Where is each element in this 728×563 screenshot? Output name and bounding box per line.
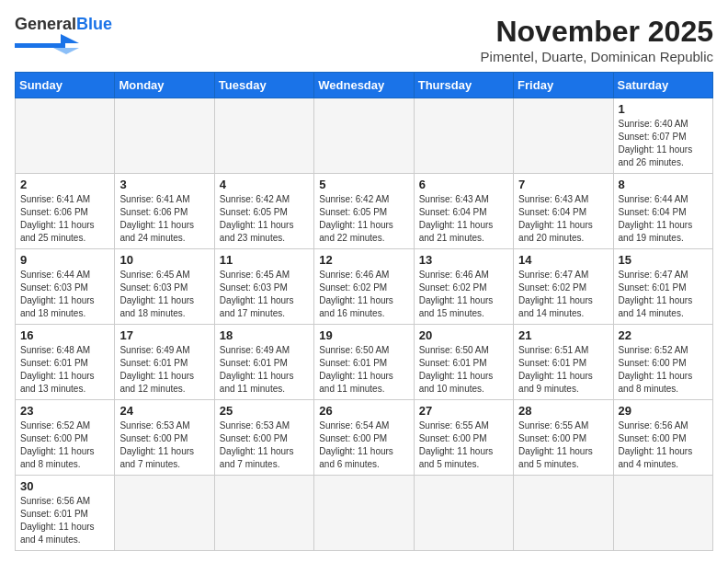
calendar-cell [514, 476, 613, 551]
day-number: 22 [619, 328, 708, 342]
day-info: Sunrise: 6:53 AM Sunset: 6:00 PM Dayligh… [220, 419, 309, 471]
calendar-cell: 28Sunrise: 6:55 AM Sunset: 6:00 PM Dayli… [514, 400, 613, 476]
calendar-week-row: 16Sunrise: 6:48 AM Sunset: 6:01 PM Dayli… [16, 325, 713, 400]
day-number: 15 [619, 253, 708, 267]
day-info: Sunrise: 6:53 AM Sunset: 6:00 PM Dayligh… [119, 419, 209, 471]
col-header-thursday: Thursday [414, 73, 513, 98]
calendar-cell: 17Sunrise: 6:49 AM Sunset: 6:01 PM Dayli… [115, 325, 214, 400]
calendar-cell [115, 476, 214, 551]
day-number: 30 [20, 479, 109, 493]
svg-marker-1 [61, 34, 79, 43]
calendar-cell: 21Sunrise: 6:51 AM Sunset: 6:01 PM Dayli… [514, 325, 613, 400]
day-number: 16 [20, 328, 109, 342]
day-number: 19 [319, 328, 408, 342]
day-info: Sunrise: 6:49 AM Sunset: 6:01 PM Dayligh… [119, 344, 209, 396]
calendar-cell [414, 98, 513, 174]
calendar-week-row: 23Sunrise: 6:52 AM Sunset: 6:00 PM Dayli… [16, 400, 713, 476]
calendar-cell: 3Sunrise: 6:41 AM Sunset: 6:06 PM Daylig… [115, 174, 214, 249]
day-info: Sunrise: 6:45 AM Sunset: 6:03 PM Dayligh… [119, 269, 209, 320]
day-info: Sunrise: 6:50 AM Sunset: 6:01 PM Dayligh… [319, 344, 408, 396]
title-section: November 2025 Pimentel, Duarte, Dominica… [481, 15, 713, 64]
day-number: 23 [20, 404, 109, 418]
day-number: 9 [20, 253, 109, 267]
day-info: Sunrise: 6:52 AM Sunset: 6:00 PM Dayligh… [619, 344, 708, 396]
calendar-cell [613, 476, 712, 551]
month-title: November 2025 [481, 15, 713, 49]
page-header: General Blue November 2025 Pimentel, Dua… [15, 15, 713, 64]
day-number: 14 [518, 253, 608, 267]
day-info: Sunrise: 6:50 AM Sunset: 6:01 PM Dayligh… [419, 344, 508, 396]
calendar-cell: 30Sunrise: 6:56 AM Sunset: 6:01 PM Dayli… [16, 476, 115, 551]
calendar-cell: 24Sunrise: 6:53 AM Sunset: 6:00 PM Dayli… [115, 400, 214, 476]
logo-text-blue: Blue [76, 15, 112, 34]
day-info: Sunrise: 6:46 AM Sunset: 6:02 PM Dayligh… [319, 269, 408, 320]
day-info: Sunrise: 6:51 AM Sunset: 6:01 PM Dayligh… [518, 344, 608, 396]
day-info: Sunrise: 6:42 AM Sunset: 6:05 PM Dayligh… [220, 193, 309, 245]
calendar-cell [214, 98, 313, 174]
svg-rect-0 [15, 43, 65, 48]
calendar-cell [514, 98, 613, 174]
day-info: Sunrise: 6:40 AM Sunset: 6:07 PM Dayligh… [619, 118, 708, 169]
day-number: 27 [419, 404, 508, 418]
day-info: Sunrise: 6:47 AM Sunset: 6:02 PM Dayligh… [518, 269, 608, 320]
col-header-saturday: Saturday [613, 73, 712, 98]
day-info: Sunrise: 6:49 AM Sunset: 6:01 PM Dayligh… [220, 344, 309, 396]
day-info: Sunrise: 6:47 AM Sunset: 6:01 PM Dayligh… [619, 269, 708, 320]
day-number: 3 [119, 178, 209, 191]
calendar-cell: 8Sunrise: 6:44 AM Sunset: 6:04 PM Daylig… [613, 174, 712, 249]
col-header-sunday: Sunday [16, 73, 115, 98]
svg-marker-2 [53, 48, 79, 54]
calendar-cell: 16Sunrise: 6:48 AM Sunset: 6:01 PM Dayli… [16, 325, 115, 400]
calendar-cell: 10Sunrise: 6:45 AM Sunset: 6:03 PM Dayli… [115, 249, 214, 325]
calendar-cell: 6Sunrise: 6:43 AM Sunset: 6:04 PM Daylig… [414, 174, 513, 249]
calendar-cell: 9Sunrise: 6:44 AM Sunset: 6:03 PM Daylig… [16, 249, 115, 325]
calendar-cell: 22Sunrise: 6:52 AM Sunset: 6:00 PM Dayli… [613, 325, 712, 400]
day-number: 10 [119, 253, 209, 267]
day-number: 21 [518, 328, 608, 342]
day-number: 29 [619, 404, 708, 418]
calendar-cell: 18Sunrise: 6:49 AM Sunset: 6:01 PM Dayli… [214, 325, 313, 400]
calendar-cell: 12Sunrise: 6:46 AM Sunset: 6:02 PM Dayli… [314, 249, 414, 325]
day-number: 17 [119, 328, 209, 342]
col-header-wednesday: Wednesday [314, 73, 414, 98]
day-info: Sunrise: 6:54 AM Sunset: 6:00 PM Dayligh… [319, 419, 408, 471]
day-info: Sunrise: 6:55 AM Sunset: 6:00 PM Dayligh… [518, 419, 608, 471]
calendar-cell: 23Sunrise: 6:52 AM Sunset: 6:00 PM Dayli… [16, 400, 115, 476]
calendar-cell: 14Sunrise: 6:47 AM Sunset: 6:02 PM Dayli… [514, 249, 613, 325]
day-info: Sunrise: 6:41 AM Sunset: 6:06 PM Dayligh… [119, 193, 209, 245]
calendar-week-row: 1Sunrise: 6:40 AM Sunset: 6:07 PM Daylig… [16, 98, 713, 174]
day-number: 1 [619, 102, 708, 116]
calendar-cell [214, 476, 313, 551]
logo: General Blue [15, 15, 112, 54]
day-number: 8 [619, 178, 708, 191]
location-subtitle: Pimentel, Duarte, Dominican Republic [481, 49, 713, 64]
day-info: Sunrise: 6:45 AM Sunset: 6:03 PM Dayligh… [220, 269, 309, 320]
calendar-cell: 27Sunrise: 6:55 AM Sunset: 6:00 PM Dayli… [414, 400, 513, 476]
day-number: 5 [319, 178, 408, 191]
day-info: Sunrise: 6:56 AM Sunset: 6:01 PM Dayligh… [20, 495, 109, 546]
day-number: 18 [220, 328, 309, 342]
day-number: 26 [319, 404, 408, 418]
day-info: Sunrise: 6:42 AM Sunset: 6:05 PM Dayligh… [319, 193, 408, 245]
day-number: 12 [319, 253, 408, 267]
day-number: 20 [419, 328, 508, 342]
day-info: Sunrise: 6:41 AM Sunset: 6:06 PM Dayligh… [20, 193, 109, 245]
logo-graphic [15, 34, 79, 54]
calendar-cell: 29Sunrise: 6:56 AM Sunset: 6:00 PM Dayli… [613, 400, 712, 476]
calendar-cell [16, 98, 115, 174]
day-info: Sunrise: 6:44 AM Sunset: 6:04 PM Dayligh… [619, 193, 708, 245]
calendar-cell: 13Sunrise: 6:46 AM Sunset: 6:02 PM Dayli… [414, 249, 513, 325]
calendar-cell: 15Sunrise: 6:47 AM Sunset: 6:01 PM Dayli… [613, 249, 712, 325]
calendar-week-row: 2Sunrise: 6:41 AM Sunset: 6:06 PM Daylig… [16, 174, 713, 249]
day-info: Sunrise: 6:48 AM Sunset: 6:01 PM Dayligh… [20, 344, 109, 396]
calendar-week-row: 9Sunrise: 6:44 AM Sunset: 6:03 PM Daylig… [16, 249, 713, 325]
col-header-monday: Monday [115, 73, 214, 98]
day-number: 24 [119, 404, 209, 418]
day-number: 4 [220, 178, 309, 191]
day-number: 13 [419, 253, 508, 267]
calendar-cell [414, 476, 513, 551]
day-info: Sunrise: 6:44 AM Sunset: 6:03 PM Dayligh… [20, 269, 109, 320]
day-number: 7 [518, 178, 608, 191]
day-info: Sunrise: 6:43 AM Sunset: 6:04 PM Dayligh… [518, 193, 608, 245]
calendar-table: SundayMondayTuesdayWednesdayThursdayFrid… [15, 72, 713, 551]
